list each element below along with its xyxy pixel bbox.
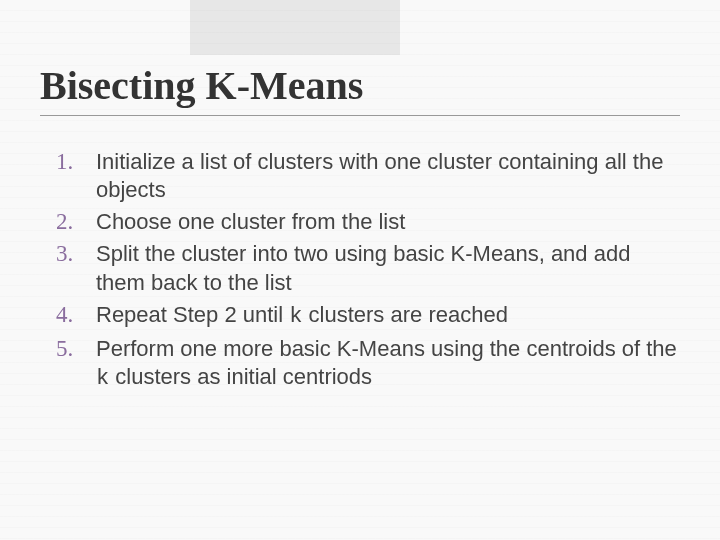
- list-item: 5. Perform one more basic K-Means using …: [56, 335, 680, 393]
- list-item: 2. Choose one cluster from the list: [56, 208, 680, 236]
- list-number: 1.: [56, 149, 96, 175]
- list-number: 3.: [56, 241, 96, 267]
- list-number: 2.: [56, 209, 96, 235]
- steps-list: 1. Initialize a list of clusters with on…: [40, 148, 680, 393]
- list-number: 5.: [56, 336, 96, 362]
- list-item: 3. Split the cluster into two using basi…: [56, 240, 680, 296]
- list-text: Perform one more basic K-Means using the…: [96, 335, 680, 393]
- list-text: Choose one cluster from the list: [96, 208, 405, 236]
- list-item: 4. Repeat Step 2 until k clusters are re…: [56, 301, 680, 331]
- list-text: Repeat Step 2 until k clusters are reach…: [96, 301, 508, 331]
- code-k: k: [289, 304, 302, 329]
- header-shade-block: [190, 0, 400, 55]
- list-text: Initialize a list of clusters with one c…: [96, 148, 680, 204]
- list-text: Split the cluster into two using basic K…: [96, 240, 680, 296]
- slide-content: Bisecting K-Means 1. Initialize a list o…: [40, 62, 680, 397]
- list-number: 4.: [56, 302, 96, 328]
- slide-title: Bisecting K-Means: [40, 62, 680, 116]
- code-k: k: [96, 366, 109, 391]
- list-item: 1. Initialize a list of clusters with on…: [56, 148, 680, 204]
